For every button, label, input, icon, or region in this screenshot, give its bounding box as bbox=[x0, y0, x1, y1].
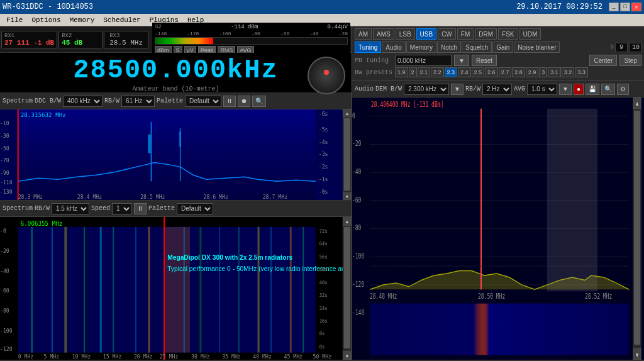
audio-spectrum-display[interactable]: 28.486400 MHz [-131 dBm] 0 -20 -40 -60 -… bbox=[352, 97, 644, 360]
svg-text:10 MHz: 10 MHz bbox=[72, 353, 91, 360]
mode-udm[interactable]: UDM bbox=[519, 28, 541, 40]
mode-fsk[interactable]: FSK bbox=[498, 28, 518, 40]
zoom-audio-button[interactable]: 🔍 bbox=[601, 84, 615, 95]
mode-lsb[interactable]: LSB bbox=[396, 28, 415, 40]
pb-tuning-row: PB tuning ▼ Reset Center Step bbox=[355, 55, 641, 66]
pause-button[interactable]: ⏸ bbox=[223, 96, 236, 107]
spectrum-top-display[interactable]: 28.315632 MHz -10 -30 -50 -70 -90 -110 -… bbox=[0, 109, 352, 201]
close-button[interactable]: ✕ bbox=[631, 3, 641, 11]
rbw-select[interactable]: 61 Hz bbox=[121, 96, 155, 107]
pb-tuning-input[interactable] bbox=[395, 55, 452, 66]
menu-memory[interactable]: Memory bbox=[66, 16, 99, 25]
minimize-button[interactable]: _ bbox=[609, 3, 619, 11]
rx2-box: RX2 45 dB bbox=[58, 31, 103, 48]
bw-1.9[interactable]: 1.9 bbox=[395, 67, 408, 77]
pause-bottom-button[interactable]: ⏸ bbox=[134, 203, 147, 214]
svg-text:-130: -130 bbox=[0, 189, 13, 195]
tab-notch[interactable]: Notch bbox=[437, 42, 461, 53]
mode-fm[interactable]: FM bbox=[457, 28, 474, 40]
svg-text:-120: -120 bbox=[352, 280, 364, 288]
bw-3.1[interactable]: 3.1 bbox=[548, 67, 561, 77]
svg-text:-6s: -6s bbox=[319, 111, 328, 117]
step-button[interactable]: Step bbox=[619, 55, 641, 66]
audio-label: Audio bbox=[355, 86, 374, 92]
svg-rect-10 bbox=[148, 135, 150, 153]
bw-2[interactable]: 2 bbox=[409, 67, 417, 77]
ddc-bw-select[interactable]: 400 kHz bbox=[63, 96, 103, 107]
mode-cw[interactable]: CW bbox=[438, 28, 456, 40]
rx1-label: RX1 bbox=[4, 33, 54, 39]
save-audio-button[interactable]: 💾 bbox=[586, 84, 599, 95]
left-panel: RX1 27 111 -1 dB RX2 45 dB RX3 28.5 MHz … bbox=[0, 26, 352, 360]
frequency-display[interactable]: 28500.000kHz bbox=[0, 55, 352, 86]
avg-audio-select[interactable]: 1.0 s bbox=[527, 84, 557, 95]
record-audio-button[interactable]: ● bbox=[574, 84, 584, 95]
svg-rect-57 bbox=[290, 227, 292, 353]
palette-select[interactable]: Default bbox=[185, 96, 221, 107]
tab-noise-blanker[interactable]: Noise blanker bbox=[514, 42, 560, 53]
avg-dropdown[interactable]: ▼ bbox=[559, 84, 572, 95]
svg-text:-140: -140 bbox=[352, 308, 364, 316]
bw-3.3[interactable]: 3.3 bbox=[575, 67, 588, 77]
svg-text:24s: 24s bbox=[319, 305, 328, 311]
svg-rect-120 bbox=[370, 304, 629, 355]
mode-usb[interactable]: USB bbox=[416, 28, 437, 40]
svg-text:5 MHz: 5 MHz bbox=[44, 353, 60, 360]
svg-text:56s: 56s bbox=[319, 253, 328, 259]
maximize-button[interactable]: □ bbox=[620, 3, 630, 11]
bw-3.2[interactable]: 3.2 bbox=[562, 67, 575, 77]
svg-text:72s: 72s bbox=[319, 228, 328, 234]
svg-rect-46 bbox=[113, 227, 114, 353]
svg-text:28.4 MHz: 28.4 MHz bbox=[77, 194, 103, 200]
svg-text:-0: -0 bbox=[0, 228, 6, 235]
menu-scheduler[interactable]: Scheduler bbox=[99, 16, 144, 25]
mode-drm[interactable]: DRM bbox=[475, 28, 497, 40]
tab-squelch[interactable]: Squelch bbox=[462, 42, 492, 53]
settings-audio-button[interactable]: ⚙ bbox=[617, 84, 629, 95]
center-button[interactable]: Center bbox=[589, 55, 617, 66]
zoom-button[interactable]: 🔍 bbox=[252, 96, 266, 107]
menu-file[interactable]: File bbox=[3, 16, 26, 25]
speed-select[interactable]: 1 bbox=[112, 203, 132, 214]
svg-rect-47 bbox=[135, 227, 136, 353]
bw-2.4[interactable]: 2.4 bbox=[458, 67, 471, 77]
dem-bw-select[interactable]: 2.300 kHz bbox=[404, 84, 449, 95]
bw-2.8[interactable]: 2.8 bbox=[512, 67, 525, 77]
record-button[interactable]: ⏺ bbox=[238, 96, 250, 107]
tab-gain[interactable]: Gain bbox=[492, 42, 513, 53]
rx2-label: RX2 bbox=[62, 33, 99, 39]
bw-2.2[interactable]: 2.2 bbox=[431, 67, 444, 77]
mode-am[interactable]: AM bbox=[355, 28, 372, 40]
bw-2.7[interactable]: 2.7 bbox=[499, 67, 512, 77]
bw-2.5[interactable]: 2.5 bbox=[472, 67, 485, 77]
bw-2.3[interactable]: 2.3 bbox=[445, 67, 458, 77]
bw-3[interactable]: 3 bbox=[539, 67, 547, 77]
svg-rect-53 bbox=[219, 227, 220, 353]
mode-ams[interactable]: AMS bbox=[373, 28, 394, 40]
rbw-label: RB/W bbox=[104, 97, 119, 104]
svg-text:▼: ▼ bbox=[346, 353, 349, 358]
svg-text:32s: 32s bbox=[319, 292, 328, 298]
tab-memory[interactable]: Memory bbox=[406, 42, 436, 53]
rx2-freq: 45 dB bbox=[62, 39, 99, 47]
palette-bottom-select[interactable]: Default bbox=[177, 203, 213, 214]
svg-text:-80: -80 bbox=[0, 308, 9, 314]
svg-text:-2s: -2s bbox=[319, 164, 328, 170]
menu-options[interactable]: Options bbox=[28, 16, 64, 25]
bw-2.1[interactable]: 2.1 bbox=[418, 67, 431, 77]
dem-bw-dropdown[interactable]: ▼ bbox=[451, 84, 464, 95]
svg-text:40 MHz: 40 MHz bbox=[253, 353, 272, 360]
tab-audio[interactable]: Audio bbox=[382, 42, 406, 53]
bw-2.6[interactable]: 2.6 bbox=[485, 67, 498, 77]
spectrum-bottom-display[interactable]: 6.006355 MHz -0 -20 -40 -60 -80 -100 -12… bbox=[0, 217, 352, 360]
svg-rect-45 bbox=[100, 227, 102, 353]
tab-tuning[interactable]: Tuning bbox=[355, 42, 381, 53]
pb-tuning-dropdown[interactable]: ▼ bbox=[454, 55, 469, 66]
reset-button[interactable]: Reset bbox=[472, 55, 497, 66]
freq-display: 28500.000kHz Amateur band (10-metre) bbox=[0, 53, 352, 93]
rbw-audio-select[interactable]: 2 Hz bbox=[482, 84, 512, 95]
svg-rect-43 bbox=[64, 227, 67, 353]
rbw-bottom-select[interactable]: 1.5 kHz bbox=[52, 203, 89, 214]
svg-text:MegaDipol DX 300 with 2x 2.5m : MegaDipol DX 300 with 2x 2.5m radiators bbox=[167, 253, 292, 262]
bw-2.9[interactable]: 2.9 bbox=[526, 67, 539, 77]
